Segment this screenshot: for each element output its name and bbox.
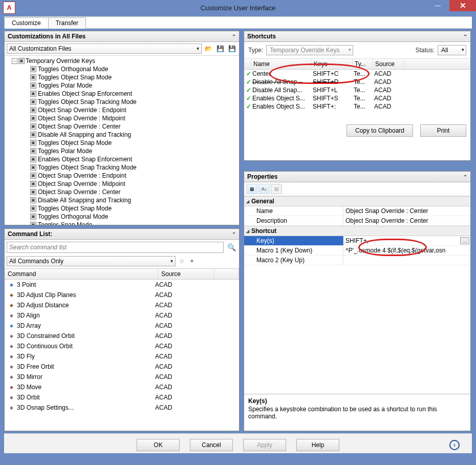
ellipsis-button[interactable]: … xyxy=(460,237,469,244)
shortcut-row[interactable]: ✓Enables Object S...SHIFT+STe...ACAD xyxy=(244,94,470,102)
property-grid[interactable]: ◢General Name Object Snap Override : Cen… xyxy=(244,196,470,394)
tree-item[interactable]: ▣Toggles Object Snap Tracking Mode xyxy=(30,98,238,106)
tree-item[interactable]: ▣Object Snap Override : Midpoint xyxy=(30,114,238,122)
save-as-icon[interactable]: 💾 xyxy=(227,44,237,53)
tree-item[interactable]: ▣Toggles Object Snap Mode xyxy=(30,73,238,81)
tree-item[interactable]: ▣Object Snap Override : Endpoint xyxy=(30,172,238,180)
categorized-icon[interactable]: ▦ xyxy=(246,184,257,194)
tree-item[interactable]: ▣Toggles Object Snap Mode xyxy=(30,139,238,147)
command-row[interactable]: ◆3D Constrained OrbitACAD xyxy=(5,331,239,341)
tree-item[interactable]: ▣Object Snap Override : Midpoint xyxy=(30,180,238,188)
tree-item[interactable]: ▣Object Snap Override : Center xyxy=(30,122,238,131)
status-dropdown[interactable]: All xyxy=(438,45,466,55)
category-shortcut[interactable]: ◢Shortcut xyxy=(244,226,470,236)
shortcut-list[interactable]: ✓CenterSHIFT+CTe...ACAD✓Disable All Snap… xyxy=(244,70,470,119)
property-pages-icon[interactable]: ▤ xyxy=(271,184,282,194)
command-source: ACAD xyxy=(155,404,211,411)
tree-item[interactable]: ▣Toggles Polar Mode xyxy=(30,147,238,155)
search-input[interactable] xyxy=(7,242,224,253)
command-filter-dropdown[interactable]: All Commands Only xyxy=(7,256,176,266)
command-icon: ◆ xyxy=(7,342,16,350)
back-button[interactable]: ‹ xyxy=(449,440,460,450)
prop-row-keys[interactable]: Key(s) SHIFT+, … xyxy=(244,236,470,246)
customization-filter-dropdown[interactable]: All Customization Files xyxy=(7,44,202,54)
tree-item[interactable]: ▣Object Snap Override : Endpoint xyxy=(30,106,238,114)
col-type[interactable]: Ty... xyxy=(353,59,373,69)
col-command[interactable]: Command xyxy=(5,269,158,279)
prop-value[interactable] xyxy=(343,256,470,265)
tree-item[interactable]: ▣Enables Object Snap Enforcement xyxy=(30,155,238,163)
command-row[interactable]: ◆3D Free OrbitACAD xyxy=(5,362,239,372)
collapse-icon[interactable]: ⌃ xyxy=(463,34,467,39)
command-row[interactable]: ◆3D Adjust Clip PlanesACAD xyxy=(5,290,239,300)
tree-item[interactable]: ▣Toggles Object Snap Mode xyxy=(30,204,238,213)
shortcut-row[interactable]: ✓CenterSHIFT+CTe...ACAD xyxy=(244,70,470,78)
command-row[interactable]: ◆3D MirrorACAD xyxy=(5,372,239,382)
print-button[interactable]: Print xyxy=(420,124,466,137)
apply-button[interactable]: Apply xyxy=(243,439,286,451)
tree-item[interactable]: ▣Toggles Snap Mode xyxy=(30,221,238,225)
ok-button[interactable]: OK xyxy=(137,439,180,451)
collapse-icon[interactable]: ⌃ xyxy=(232,34,236,39)
prop-row-name[interactable]: Name Object Snap Override : Center xyxy=(244,206,470,216)
save-icon[interactable]: 💾 xyxy=(215,44,225,53)
tree-item[interactable]: ▣Toggles Object Snap Tracking Mode xyxy=(30,163,238,172)
command-row[interactable]: ◆3 PointACAD xyxy=(5,280,239,290)
tree-root[interactable]: − ▣ Temporary Override Keys xyxy=(12,57,238,65)
tree-item[interactable]: ▣Enables Object Snap Enforcement xyxy=(30,90,238,98)
open-icon[interactable]: 📂 xyxy=(203,44,213,53)
col-name[interactable]: Name xyxy=(251,59,312,69)
collapse-icon[interactable]: ⌃ xyxy=(463,174,467,180)
collapse-icon[interactable]: ⌃ xyxy=(232,231,236,237)
prop-row-macro1[interactable]: Macro 1 (Key Down) ^P'_.osmode 4 $(if,$(… xyxy=(244,246,470,256)
cancel-button[interactable]: Cancel xyxy=(190,439,233,451)
tree-item[interactable]: ▣Disable All Snapping and Tracking xyxy=(30,131,238,139)
tree-item[interactable]: ▣Object Snap Override : Center xyxy=(30,188,238,196)
command-row[interactable]: ◆3D Osnap Settings...ACAD xyxy=(5,403,239,413)
splitter-grip[interactable]: • • • • xyxy=(244,164,471,168)
alphabetical-icon[interactable]: A↓ xyxy=(258,184,270,194)
command-row[interactable]: ◆3D Adjust DistanceACAD xyxy=(5,300,239,310)
prop-label: Name xyxy=(244,206,343,216)
command-icon: ◆ xyxy=(7,393,16,401)
prop-row-description[interactable]: Description Object Snap Override : Cente… xyxy=(244,216,470,226)
col-source[interactable]: Source xyxy=(373,59,404,69)
shortcut-row[interactable]: ✓Disable All Snap...SHIFT+LTe...ACAD xyxy=(244,86,470,94)
prop-row-macro2[interactable]: Macro 2 (Key Up) xyxy=(244,256,470,265)
shortcut-row[interactable]: ✓Disable All Snap...SHIFT+DTe...ACAD xyxy=(244,78,470,86)
star-add-icon[interactable]: ✦ xyxy=(188,257,196,265)
command-row[interactable]: ◆3D AlignACAD xyxy=(5,310,239,321)
help-button[interactable]: Help xyxy=(296,439,339,451)
tab-transfer[interactable]: Transfer xyxy=(48,17,86,29)
collapse-node-icon[interactable]: − xyxy=(12,58,17,64)
tree-item[interactable]: ▣Disable All Snapping and Tracking xyxy=(30,196,238,204)
prop-value[interactable]: SHIFT+, … xyxy=(343,236,470,245)
shortcut-row[interactable]: ✓Enables Object S...SHIFT+;Te...ACAD xyxy=(244,102,470,111)
type-label: Type: xyxy=(248,47,263,54)
prop-label: Macro 2 (Key Up) xyxy=(244,256,343,265)
command-row[interactable]: ◆3D MoveACAD xyxy=(5,382,239,392)
command-row[interactable]: ◆3D OrbitACAD xyxy=(5,392,239,403)
minimize-button[interactable]: — xyxy=(426,0,449,11)
type-dropdown[interactable]: Temporary Override Keys xyxy=(266,45,353,55)
copy-to-clipboard-button[interactable]: Copy to Clipboard xyxy=(347,124,413,137)
command-row[interactable]: ◆3D ArrayACAD xyxy=(5,321,239,331)
col-source[interactable]: Source xyxy=(158,269,214,279)
tree-item-label: Toggles Snap Mode xyxy=(38,221,92,225)
command-list[interactable]: ◆3 PointACAD◆3D Adjust Clip PlanesACAD◆3… xyxy=(5,280,239,431)
tree-view[interactable]: − ▣ Temporary Override Keys ▣Toggles Ort… xyxy=(5,56,239,225)
tree-item[interactable]: ▣Toggles Orthogonal Mode xyxy=(30,65,238,73)
tree-item[interactable]: ▣Toggles Polar Mode xyxy=(30,81,238,90)
star-filter-icon[interactable]: ☆ xyxy=(178,257,186,265)
command-row[interactable]: ◆3D FlyACAD xyxy=(5,351,239,362)
tree-item[interactable]: ▣Toggles Orthogonal Mode xyxy=(30,213,238,221)
col-keys[interactable]: Keys xyxy=(312,59,353,69)
prop-value[interactable]: ^P'_.osmode 4 $(if,$(eq,$(getvar,osn xyxy=(343,246,470,255)
close-button[interactable]: ✕ xyxy=(449,0,476,11)
command-row[interactable]: ◆3D Continuous OrbitACAD xyxy=(5,341,239,351)
tab-customize[interactable]: Customize xyxy=(4,17,49,29)
search-icon[interactable]: 🔍 xyxy=(226,242,237,253)
prop-value[interactable]: Object Snap Override : Center xyxy=(343,206,470,216)
category-general[interactable]: ◢General xyxy=(244,196,470,206)
prop-value[interactable]: Object Snap Override : Center xyxy=(343,216,470,225)
